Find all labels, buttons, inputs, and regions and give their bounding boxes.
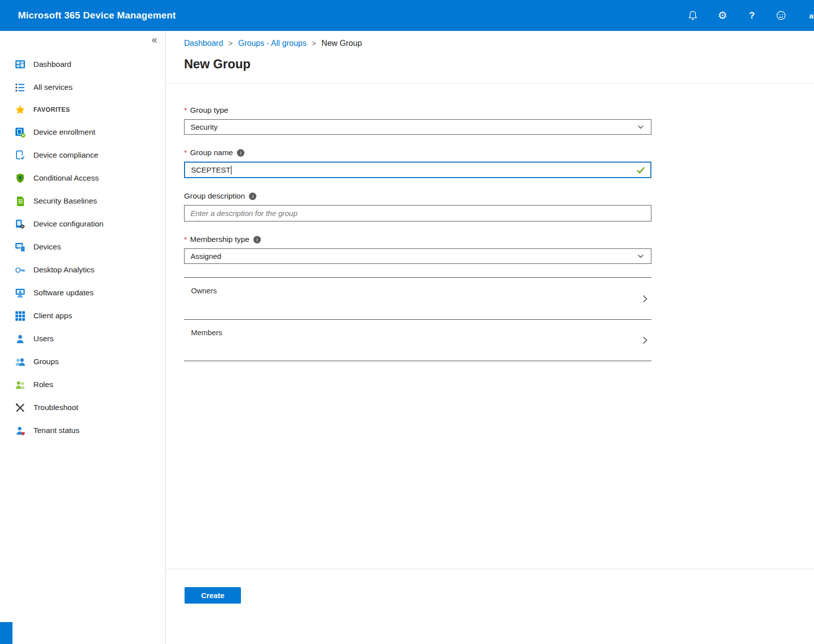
sidebar-item-label: Device compliance (33, 151, 98, 160)
sidebar-item-dashboard[interactable]: Dashboard (0, 53, 165, 76)
main-content: Dashboard > Groups - All groups > New Gr… (166, 31, 814, 644)
sidebar-item-label: Roles (33, 380, 53, 389)
sidebar-item-device-compliance[interactable]: Device compliance (0, 144, 165, 167)
owners-members-section: Owners Members (184, 277, 651, 361)
breadcrumb-separator-icon: > (228, 39, 232, 47)
sidebar-item-groups[interactable]: Groups (0, 350, 165, 373)
info-icon (249, 193, 256, 200)
collapse-sidebar-icon[interactable]: « (152, 34, 157, 45)
top-bar: Microsoft 365 Device Management ⚙ ? alf (0, 0, 814, 31)
required-marker: * (184, 106, 187, 115)
sidebar-item-roles[interactable]: Roles (0, 373, 165, 396)
group-description-input[interactable] (184, 205, 651, 221)
chevron-right-icon (639, 335, 650, 346)
membership-type-select[interactable]: Assigned (184, 248, 651, 264)
group-name-label: * Group name (184, 148, 651, 157)
info-icon (253, 236, 261, 243)
new-group-form: * Group type Security * Group name SCEPT… (184, 84, 651, 361)
bell-icon[interactable] (687, 10, 698, 21)
sidebar-item-label: Dashboard (33, 60, 71, 69)
sidebar-item-label: Users (33, 334, 53, 343)
software-updates-icon (15, 288, 25, 298)
dashboard-icon (15, 59, 25, 70)
sidebar-item-label: Device configuration (33, 219, 103, 228)
chevron-down-icon (636, 252, 645, 260)
users-icon (15, 334, 25, 344)
chevron-down-icon (636, 123, 645, 131)
sidebar-item-device-configuration[interactable]: Device configuration (0, 213, 165, 235)
sidebar-item-label: Devices (33, 242, 61, 251)
create-button[interactable]: Create (185, 587, 241, 604)
breadcrumb: Dashboard > Groups - All groups > New Gr… (166, 31, 814, 48)
device-configuration-icon (15, 219, 25, 229)
client-apps-icon (15, 311, 25, 321)
sidebar-item-label: Troubleshoot (33, 403, 78, 412)
sidebar-item-software-updates[interactable]: Software updates (0, 281, 165, 304)
group-type-value: Security (191, 123, 217, 131)
bottom-left-accent (0, 622, 12, 644)
device-compliance-icon (15, 150, 25, 161)
valid-check-icon (636, 165, 645, 175)
favorites-star-icon (15, 105, 25, 115)
sidebar-item-label: Security Baselines (33, 197, 97, 206)
devices-icon (15, 242, 25, 252)
sidebar-item-label: Conditional Access (33, 174, 99, 183)
group-type-field: * Group type Security (184, 106, 651, 135)
members-label: Members (191, 328, 222, 337)
group-name-input[interactable]: SCEPTEST (184, 162, 651, 178)
sidebar-item-desktop-analytics[interactable]: Desktop Analytics (0, 258, 165, 281)
help-icon[interactable]: ? (746, 10, 757, 21)
sidebar-section-favorites: FAVORITES (0, 99, 165, 121)
sidebar-item-label: Client apps (33, 311, 72, 320)
group-type-select[interactable]: Security (184, 119, 651, 135)
sidebar-item-label: Tenant status (33, 426, 79, 435)
troubleshoot-icon (15, 403, 25, 413)
owners-row[interactable]: Owners (184, 277, 651, 319)
sidebar-item-all-services[interactable]: All services (0, 76, 165, 99)
breadcrumb-groups-all-groups[interactable]: Groups - All groups (238, 39, 306, 48)
sidebar-item-client-apps[interactable]: Client apps (0, 304, 165, 327)
sidebar-item-troubleshoot[interactable]: Troubleshoot (0, 396, 165, 419)
conditional-access-icon (15, 173, 25, 184)
sidebar-item-devices[interactable]: Devices (0, 235, 165, 258)
desktop-analytics-icon (15, 265, 25, 275)
required-marker: * (184, 148, 187, 157)
all-services-icon (15, 82, 25, 93)
footer-divider (166, 569, 814, 569)
sidebar-item-conditional-access[interactable]: Conditional Access (0, 167, 165, 190)
page-title: New Group (184, 57, 814, 71)
sidebar-item-users[interactable]: Users (0, 327, 165, 350)
group-description-field: Group description (184, 192, 651, 221)
gear-icon[interactable]: ⚙ (717, 10, 728, 21)
security-baselines-icon (15, 196, 25, 207)
sidebar-item-label: All services (33, 83, 72, 92)
field-label-text: Group name (190, 148, 233, 157)
roles-icon (15, 380, 25, 390)
sidebar-item-security-baselines[interactable]: Security Baselines (0, 190, 165, 213)
group-type-label: * Group type (184, 106, 651, 115)
smiley-icon[interactable] (776, 10, 787, 21)
sidebar-item-device-enrollment[interactable]: Device enrollment (0, 121, 165, 144)
topbar-actions: ⚙ ? alf (687, 10, 814, 21)
sidebar-item-label: Groups (33, 357, 59, 366)
owners-label: Owners (191, 286, 217, 295)
groups-icon (15, 357, 25, 367)
group-name-field: * Group name SCEPTEST (184, 148, 651, 178)
chevron-right-icon (639, 293, 650, 304)
membership-type-label: * Membership type (184, 235, 651, 244)
required-marker: * (184, 235, 187, 244)
breadcrumb-dashboard[interactable]: Dashboard (184, 39, 223, 48)
field-label-text: Group type (190, 106, 228, 115)
text-caret (231, 166, 231, 175)
field-label-text: Membership type (190, 235, 249, 244)
app-title: Microsoft 365 Device Management (18, 10, 176, 21)
sidebar-item-label: Software updates (33, 288, 94, 297)
field-label-text: Group description (184, 192, 245, 201)
members-row[interactable]: Members (184, 319, 651, 361)
breadcrumb-current: New Group (322, 39, 362, 48)
sidebar-item-tenant-status[interactable]: Tenant status (0, 419, 165, 442)
account-name[interactable]: alf (809, 11, 814, 20)
group-description-label: Group description (184, 192, 651, 201)
group-name-value: SCEPTEST (191, 166, 230, 174)
sidebar: « Dashboard All services FAVORITES Devic… (0, 31, 166, 644)
